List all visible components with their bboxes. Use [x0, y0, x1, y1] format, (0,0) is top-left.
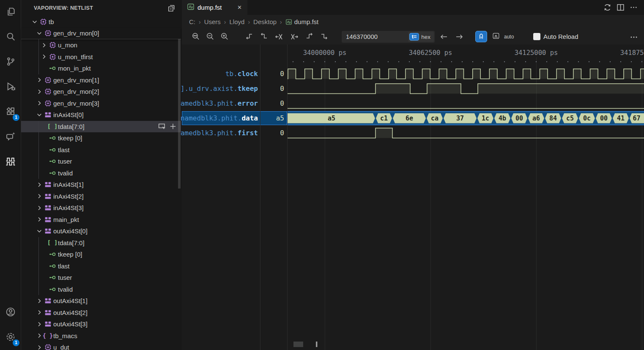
- tree-item-tdata-7-0-[interactable]: [ ]tdata[7:0]: [21, 237, 181, 249]
- previous-transition-icon[interactable]: [274, 32, 284, 42]
- vaporview-button[interactable]: [0, 150, 21, 175]
- zoom-in-icon[interactable]: [220, 32, 230, 42]
- next-negedge-icon[interactable]: [319, 32, 329, 42]
- arrow-right-icon[interactable]: [454, 32, 464, 42]
- tree-item-tuser[interactable]: tuser: [21, 156, 181, 167]
- chevron-right-icon[interactable]: [35, 99, 43, 107]
- chevron-right-icon[interactable]: [40, 53, 48, 60]
- chat-button[interactable]: [0, 125, 21, 150]
- tree-item-tb[interactable]: tb: [21, 16, 181, 28]
- collapse-all-icon[interactable]: [167, 4, 175, 12]
- tree-item-u-dut[interactable]: u_dut: [21, 342, 181, 350]
- editor-more-actions-icon[interactable]: [629, 3, 638, 12]
- signal-name-error[interactable]: amedblk3.phit.error: [181, 96, 258, 111]
- chevron-down-icon[interactable]: [35, 30, 43, 37]
- view-in-viewer-icon[interactable]: [158, 123, 166, 130]
- chevron-down-icon[interactable]: [30, 18, 38, 26]
- add-signal-icon[interactable]: [169, 123, 177, 130]
- tree-item-u-mon[interactable]: u_mon: [21, 39, 181, 51]
- signal-value-first: 0: [280, 126, 284, 140]
- tree-item-inaxi4st-1-[interactable]: inAxi4St[1]: [21, 179, 181, 191]
- explorer-button[interactable]: [0, 0, 21, 25]
- tree-item-gen-drv-mon-2-[interactable]: gen_drv_mon[2]: [21, 86, 181, 98]
- chevron-right-icon[interactable]: [35, 216, 43, 223]
- tree-item-u-mon-tfirst[interactable]: u_mon_tfirst: [21, 51, 181, 63]
- tree-item-tlast[interactable]: tlast: [21, 144, 181, 156]
- chevron-right-icon[interactable]: [35, 204, 43, 212]
- auto-reload-toggle[interactable]: Auto Reload: [533, 33, 578, 40]
- settings-button[interactable]: 1: [0, 325, 21, 350]
- tree-item-outaxi4st-1-[interactable]: outAxi4St[1]: [21, 295, 181, 307]
- arrow-left-icon[interactable]: [439, 32, 449, 42]
- previous-posedge-icon[interactable]: [259, 32, 269, 42]
- tree-item-tuser[interactable]: tuser: [21, 272, 181, 284]
- tab-dump-fst[interactable]: dump.fst ✕: [182, 0, 247, 15]
- split-editor-icon[interactable]: [616, 3, 625, 12]
- signal-name-data[interactable]: namedblk3.phit.data: [181, 111, 258, 126]
- chevron-down-icon[interactable]: [35, 227, 43, 235]
- breadcrumb-item[interactable]: Users: [204, 18, 221, 25]
- tree-item-gen-drv-mon-3-[interactable]: gen_drv_mon[3]: [21, 98, 181, 109]
- tree-item-outaxi4st-3-[interactable]: outAxi4St[3]: [21, 318, 181, 330]
- tree-item-tdata-7-0-[interactable]: [ ]tdata[7:0]: [21, 121, 181, 133]
- extensions-button[interactable]: 1: [0, 100, 21, 125]
- next-posedge-icon[interactable]: [304, 32, 314, 42]
- chevron-right-icon[interactable]: [35, 344, 43, 350]
- time-mode-button[interactable]: t=: [409, 33, 419, 41]
- tree-item-inaxi4st-0-[interactable]: inAxi4St[0]: [21, 109, 181, 121]
- signal-name-tkeep[interactable]: ].u_drv.axist.tkeep: [181, 81, 258, 96]
- chevron-right-icon[interactable]: [35, 76, 43, 84]
- tree-item-outaxi4st-0-[interactable]: outAxi4St[0]: [21, 225, 181, 237]
- toolbar-more-icon[interactable]: [629, 33, 639, 43]
- signal-name-first[interactable]: amedblk3.phit.first: [181, 126, 258, 140]
- waveform-canvas[interactable]: 34000000 ps34062500 ps34125000 ps3418750…: [288, 44, 644, 350]
- search-button[interactable]: [0, 25, 21, 50]
- tree-item-inaxi4st-3-[interactable]: inAxi4St[3]: [21, 202, 181, 214]
- chevron-right-icon[interactable]: [35, 88, 43, 96]
- chevron-right-icon[interactable]: [35, 181, 43, 189]
- tree-item-tkeep-0-[interactable]: tkeep [0]: [21, 249, 181, 260]
- tree-item-main-pkt[interactable]: main_pkt: [21, 214, 181, 226]
- zoom-fit-icon[interactable]: [191, 32, 201, 42]
- run-debug-button[interactable]: [0, 75, 21, 100]
- tree-item-tb-macs[interactable]: { }tb_macs: [21, 330, 181, 342]
- previous-negedge-icon[interactable]: [244, 32, 255, 42]
- svg-text:41: 41: [617, 115, 625, 122]
- chevron-right-icon[interactable]: [35, 192, 43, 200]
- tree-item-inaxi4st-2-[interactable]: inAxi4St[2]: [21, 191, 181, 202]
- tree-item-gen-drv-mon-1-[interactable]: gen_drv_mon[1]: [21, 74, 181, 86]
- tab-close-icon[interactable]: ✕: [236, 4, 243, 11]
- account-button[interactable]: [0, 300, 21, 325]
- tree-item-gen-drv-mon-0-[interactable]: gen_drv_mon[0]: [21, 28, 181, 40]
- breadcrumb-item[interactable]: Desktop: [253, 18, 277, 25]
- breadcrumb[interactable]: C:›Users›Lloyd›Desktop›dump.fst: [182, 15, 644, 29]
- source-control-button[interactable]: [0, 50, 21, 75]
- breadcrumb-item[interactable]: C:: [189, 18, 195, 25]
- next-transition-icon[interactable]: [289, 32, 299, 42]
- radix-button[interactable]: hex: [419, 34, 433, 40]
- tree-item-tkeep-0-[interactable]: tkeep [0]: [21, 132, 181, 144]
- chevron-right-icon[interactable]: [35, 332, 43, 339]
- chevron-none-icon: [40, 285, 48, 293]
- timestamp-input[interactable]: 146370000 t= hex: [342, 31, 435, 43]
- mouse-scroll-button[interactable]: [490, 31, 502, 42]
- chevron-right-icon[interactable]: [40, 41, 48, 49]
- auto-reload-checkbox[interactable]: [533, 33, 540, 40]
- chevron-down-icon[interactable]: [35, 111, 43, 119]
- name-value-divider[interactable]: [260, 44, 260, 350]
- tree-item-tvalid[interactable]: tvalid: [21, 284, 181, 295]
- zoom-out-icon[interactable]: [206, 32, 216, 42]
- tree-item-tlast[interactable]: tlast: [21, 260, 181, 272]
- breadcrumb-file[interactable]: dump.fst: [285, 18, 319, 25]
- tree-item-tvalid[interactable]: tvalid: [21, 167, 181, 179]
- refresh-icon[interactable]: [603, 3, 612, 12]
- chevron-right-icon[interactable]: [35, 297, 43, 305]
- tree-item-outaxi4st-2-[interactable]: outAxi4St[2]: [21, 307, 181, 319]
- chevron-right-icon[interactable]: [35, 320, 43, 328]
- tree-item-mon-in-pkt[interactable]: mon_in_pkt: [21, 63, 181, 74]
- signal-name-clock[interactable]: tb.clock: [225, 66, 258, 81]
- breadcrumb-item[interactable]: Lloyd: [230, 18, 245, 25]
- interface-icon: [43, 204, 52, 212]
- chevron-right-icon[interactable]: [35, 309, 43, 316]
- touchpad-scroll-button[interactable]: [475, 31, 487, 42]
